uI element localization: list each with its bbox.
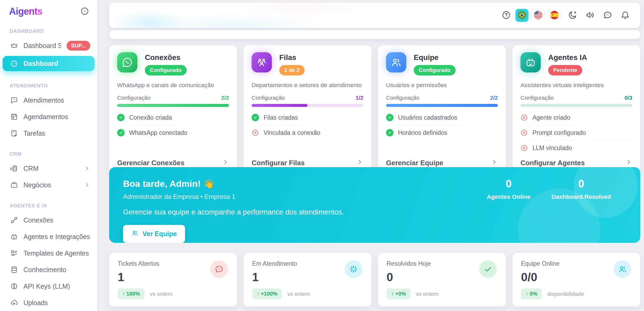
sidebar-item-negocios[interactable]: Negócios: [0, 177, 97, 193]
checklist-item: WhatsApp conectado: [117, 125, 229, 140]
sidebar-item-conhecimento[interactable]: Conhecimento: [0, 261, 97, 278]
super-badge: SUP...: [67, 41, 90, 51]
checklist-label: Conexão criada: [129, 114, 172, 121]
sidebar-item-templates[interactable]: Templates de Agentes: [0, 245, 97, 261]
sidebar-item-agendamentos[interactable]: Agendamentos: [0, 108, 97, 125]
card-heading: Equipe Configurado: [414, 52, 456, 75]
setup-card-filas: Filas 1 de 2 Departamentos e setores de …: [244, 45, 371, 174]
sound-icon: [585, 10, 595, 21]
card-action-link[interactable]: Configurar Agentes: [520, 155, 632, 167]
checklist-item: Filas criadas: [252, 110, 363, 125]
status-badge: Configurado: [414, 65, 456, 75]
checklist-item: Prompt configurado: [520, 125, 632, 140]
chevron-right-icon: [491, 159, 498, 167]
card-heading: Conexões Configurado: [145, 52, 187, 75]
logo: Aigents: [9, 6, 42, 17]
chevron-right-icon: [625, 159, 632, 167]
robot-icon: [520, 52, 541, 72]
checklist-label: Agente criado: [532, 114, 570, 121]
checklist-label: Horários definidos: [398, 129, 447, 136]
progress-label: Configuração: [252, 95, 285, 101]
sidebar-item-label: Dashboard Su...: [23, 42, 61, 50]
sidebar-item-atendimentos[interactable]: Atendimentos: [0, 92, 97, 108]
dark-mode-icon: [568, 10, 577, 21]
users-icon: [131, 229, 138, 238]
card-action-link[interactable]: Gerenciar Equipe: [386, 155, 498, 167]
sound-button[interactable]: [584, 9, 596, 22]
secondary-bar: [109, 30, 640, 39]
chevron-right-icon: [356, 159, 363, 167]
sidebar-item-label: Agendamentos: [23, 113, 90, 121]
language-spain-button[interactable]: [548, 9, 561, 22]
plug-icon: [10, 216, 18, 224]
help-button[interactable]: [500, 9, 512, 22]
card-header: Agentes IA Pendente: [520, 52, 632, 75]
trend-badge: ↑ +0%: [387, 288, 411, 299]
banner-stat-resolved: 0 Dashboard.Resolved: [551, 178, 611, 200]
feedback-button[interactable]: [601, 9, 614, 22]
stat-label: Dashboard.Resolved: [551, 193, 611, 200]
notifications-button[interactable]: [619, 9, 631, 22]
progress-track: [386, 104, 498, 107]
progress-fill: [386, 104, 498, 107]
sidebar-item-label: Negócios: [23, 181, 79, 189]
robot-icon: [10, 233, 18, 241]
help-icon: [502, 10, 511, 21]
sidebar-item-label: CRM: [23, 165, 79, 172]
database-icon: [10, 266, 18, 274]
sidebar-item-label: API Keys (LLM): [23, 282, 90, 290]
section-label-atendimento: ATENDIMENTO: [0, 73, 97, 92]
svg-text:$: $: [10, 167, 12, 171]
section-label-crm: CRM: [0, 142, 97, 160]
sidebar-item-label: Tarefas: [23, 130, 90, 137]
progress-track: [252, 104, 363, 107]
sidebar-item-agentes-integracoes[interactable]: Agentes e Integrações: [0, 228, 97, 245]
banner-stat-agentes-online: 0 Agentes Online: [487, 178, 531, 200]
progress-section: Configuração 2/2: [386, 95, 498, 107]
crown-icon: [10, 42, 18, 50]
notifications-icon: [621, 10, 630, 21]
sidebar-item-crm[interactable]: $ CRM: [0, 160, 97, 177]
dark-mode-button[interactable]: [566, 9, 579, 22]
card-action-link[interactable]: Gerenciar Conexões: [117, 155, 229, 167]
sidebar-item-tarefas[interactable]: Tarefas: [0, 125, 97, 142]
setup-card-agentes-ia: Agentes IA Pendente Assistentes virtuais…: [512, 45, 640, 174]
progress-value: 2/2: [490, 95, 498, 101]
checklist: Filas criadas Vinculada a conexão: [252, 110, 363, 140]
card-title: Agentes IA: [548, 53, 587, 62]
card-description: WhatsApp e canais de comunicação: [117, 82, 229, 89]
brain-icon: [10, 282, 18, 290]
checklist-label: Usuários cadastrados: [398, 114, 457, 121]
sidebar-item-dashboard-super[interactable]: Dashboard Su... SUP...: [0, 37, 97, 54]
usa-flag-icon: [534, 11, 543, 20]
chat-icon: [10, 96, 18, 104]
card-heading: Agentes IA Pendente: [548, 52, 587, 75]
card-action-label: Gerenciar Conexões: [117, 159, 184, 167]
circle-dot-icon: [80, 7, 89, 17]
ver-equipe-button[interactable]: Ver Equipe: [123, 225, 185, 243]
x-circle-icon: [520, 144, 528, 152]
sidebar-item-conexoes[interactable]: Conexões: [0, 212, 97, 228]
card-description: Usuários e permissões: [386, 82, 498, 89]
card-action-label: Configurar Agentes: [520, 159, 585, 167]
chevron-right-icon: [84, 182, 90, 188]
card-action-label: Configurar Filas: [252, 159, 305, 167]
card-action-link[interactable]: Configurar Filas: [252, 155, 363, 167]
sidebar-item-label: Uploads: [23, 299, 90, 307]
sidebar-item-dashboard[interactable]: Dashboard: [3, 56, 95, 71]
sidebar-collapse-button[interactable]: [80, 6, 90, 17]
checklist-label: WhatsApp conectado: [129, 129, 187, 136]
stat-cards-row: Tickets Abertos 1 ↑ 100% vs ontem Em Ate…: [109, 253, 640, 298]
checklist-item: Vinculada a conexão: [252, 125, 363, 140]
progress-fill: [252, 104, 307, 107]
checklist: Conexão criada WhatsApp conectado: [117, 110, 229, 140]
check-circle-icon: [386, 114, 393, 121]
sidebar-item-uploads[interactable]: Uploads: [0, 294, 97, 311]
template-icon: [10, 249, 18, 257]
language-usa-button[interactable]: [532, 9, 545, 22]
sidebar-item-api-keys[interactable]: API Keys (LLM): [0, 278, 97, 294]
setup-card-equipe: Equipe Configurado Usuários e permissões…: [378, 45, 506, 174]
language-brazil-button[interactable]: [515, 9, 528, 22]
progress-fill: [117, 104, 229, 107]
progress-value: 2/2: [221, 95, 229, 101]
